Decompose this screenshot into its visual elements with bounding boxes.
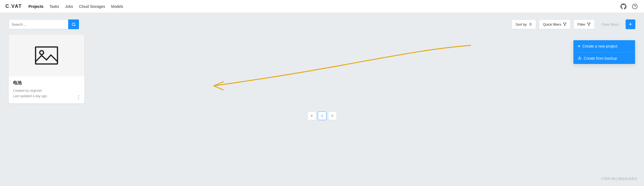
card-last-updated: Last updated a day ago <box>13 93 80 99</box>
navbar-right <box>620 3 639 10</box>
nav-models[interactable]: Models <box>111 3 123 10</box>
svg-line-3 <box>74 25 75 26</box>
plus-icon: + <box>578 44 580 49</box>
nav-projects[interactable]: Projects <box>28 3 43 10</box>
help-icon[interactable] <box>631 3 639 10</box>
nav-tasks[interactable]: Tasks <box>49 3 59 10</box>
toolbar-right: Sort by Quick filters Filter Clear filte… <box>511 19 635 29</box>
svg-point-2 <box>72 23 75 25</box>
pagination: < 1 > <box>9 111 635 120</box>
nav-cloud-storages[interactable]: Cloud Storages <box>79 3 105 10</box>
svg-point-14 <box>40 51 44 55</box>
search-wrap <box>9 19 79 29</box>
create-new-project-item[interactable]: + Create a new project <box>573 40 635 52</box>
card-more-button[interactable]: ⋮ <box>76 95 81 100</box>
filter-button[interactable]: Filter <box>573 19 595 29</box>
navbar: C.VAT Projects Tasks Jobs Cloud Storages… <box>0 0 644 13</box>
card-title: 电池 <box>13 80 80 86</box>
github-icon[interactable] <box>620 3 627 10</box>
card-thumbnail <box>9 35 84 76</box>
svg-marker-11 <box>587 23 590 26</box>
clear-filters-button[interactable]: Clear filters <box>597 19 623 29</box>
quick-filters-button[interactable]: Quick filters <box>539 19 571 29</box>
pagination-page-1[interactable]: 1 <box>318 111 326 120</box>
search-input[interactable] <box>9 19 68 29</box>
pagination-prev[interactable]: < <box>308 111 316 120</box>
nav-jobs[interactable]: Jobs <box>65 3 73 10</box>
svg-rect-13 <box>36 47 58 64</box>
sort-by-button[interactable]: Sort by <box>511 19 536 29</box>
toolbar: Sort by Quick filters Filter Clear filte… <box>9 19 635 29</box>
create-dropdown: + Create a new project Create from backu… <box>573 40 635 64</box>
create-button[interactable]: + <box>626 19 635 29</box>
footer-watermark: CSDN @心清似水淡若云 <box>601 177 638 181</box>
card-body: 电池 Created by virginia4 Last updated a d… <box>9 76 84 103</box>
search-button[interactable] <box>68 19 79 29</box>
download-icon <box>578 56 582 60</box>
pagination-next[interactable]: > <box>328 111 337 120</box>
card-created-by: Created by virginia4 <box>13 88 80 93</box>
main-content: Sort by Quick filters Filter Clear filte… <box>0 13 644 127</box>
project-card[interactable]: 电池 Created by virginia4 Last updated a d… <box>9 35 84 103</box>
cards-grid: 电池 Created by virginia4 Last updated a d… <box>9 35 635 103</box>
svg-marker-10 <box>563 23 567 26</box>
brand-logo: C.VAT <box>5 4 22 9</box>
create-from-backup-item[interactable]: Create from backup <box>573 52 635 64</box>
